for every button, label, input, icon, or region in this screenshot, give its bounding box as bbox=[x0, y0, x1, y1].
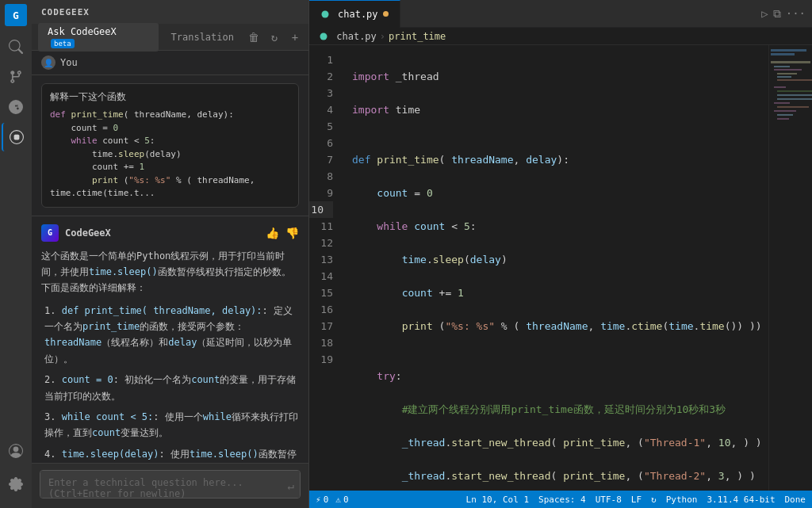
status-position[interactable]: Ln 10, Col 1 bbox=[466, 495, 529, 505]
tab-bar: Ask CodeGeeX beta Translation 🗑 ↻ + bbox=[32, 24, 308, 51]
status-sync-icon: ↻ bbox=[651, 495, 657, 505]
activity-bar: G bbox=[0, 0, 32, 508]
bot-header: G CodeGeeX 👍 👎 bbox=[41, 224, 299, 242]
tab-ask-codegeex[interactable]: Ask CodeGeeX beta bbox=[38, 23, 159, 52]
activity-icon-settings[interactable] bbox=[2, 470, 30, 498]
left-panel: CODEGEEX Ask CodeGeeX beta Translation 🗑… bbox=[32, 0, 309, 508]
svg-rect-6 bbox=[774, 69, 802, 71]
more-icon[interactable]: ··· bbox=[786, 7, 806, 20]
status-encoding[interactable]: UTF-8 bbox=[596, 495, 622, 505]
question-code: def print_time( threadName, delay): coun… bbox=[50, 109, 290, 201]
refresh-icon[interactable]: ↻ bbox=[267, 30, 282, 44]
activity-icon-codegeex[interactable] bbox=[2, 123, 30, 151]
split-icon[interactable]: ⧉ bbox=[773, 7, 781, 21]
svg-rect-4 bbox=[771, 61, 810, 63]
status-line-ending[interactable]: LF bbox=[631, 495, 642, 505]
svg-rect-5 bbox=[774, 66, 790, 67]
left-panel-title: CODEGEEX bbox=[41, 7, 90, 17]
status-version[interactable]: 3.11.4 64-bit bbox=[707, 495, 775, 505]
modified-dot bbox=[383, 11, 389, 17]
svg-rect-11 bbox=[777, 90, 812, 92]
code-content[interactable]: import _thread import time def print_tim… bbox=[343, 45, 812, 508]
svg-rect-13 bbox=[777, 98, 812, 100]
svg-rect-10 bbox=[774, 86, 786, 88]
bot-response: G CodeGeeX 👍 👎 这个函数是一个简单的Python线程示例，用于打印… bbox=[32, 216, 308, 464]
activity-icon-account[interactable] bbox=[2, 437, 30, 465]
activity-logo: G bbox=[5, 4, 27, 26]
breadcrumb: chat.py › print_time bbox=[309, 28, 812, 45]
beta-badge: beta bbox=[51, 39, 75, 48]
svg-rect-7 bbox=[777, 73, 797, 74]
chat-input[interactable] bbox=[40, 470, 301, 498]
status-spaces[interactable]: Spaces: 4 bbox=[538, 495, 586, 505]
user-avatar: 👤 bbox=[41, 55, 56, 70]
user-label: You bbox=[60, 57, 78, 68]
bot-avatar: G bbox=[41, 224, 59, 242]
error-icon: ⚡ bbox=[316, 495, 321, 505]
bot-name: CodeGeeX bbox=[65, 227, 111, 239]
tab-icon-group: 🗑 ↻ + bbox=[247, 30, 302, 44]
warning-icon: ⚠ bbox=[335, 495, 341, 505]
activity-icon-git[interactable] bbox=[2, 63, 30, 91]
editor-tab-chat-py[interactable]: chat.py bbox=[309, 0, 400, 28]
breadcrumb-sep: › bbox=[380, 31, 385, 42]
editor-area: chat.py ▷ ⧉ ··· chat.py › print_time 123… bbox=[309, 0, 812, 508]
bot-actions: 👍 👎 bbox=[266, 227, 299, 239]
question-title: 解释一下这个函数 bbox=[50, 90, 290, 104]
svg-point-0 bbox=[322, 10, 329, 17]
svg-rect-12 bbox=[777, 94, 812, 96]
editor-actions: ▷ ⧉ ··· bbox=[761, 7, 812, 21]
breadcrumb-function: print_time bbox=[389, 31, 446, 42]
svg-rect-15 bbox=[777, 106, 809, 108]
run-icon[interactable]: ▷ bbox=[761, 7, 768, 20]
delete-icon[interactable]: 🗑 bbox=[247, 30, 261, 44]
breadcrumb-file: chat.py bbox=[319, 31, 377, 42]
svg-rect-16 bbox=[774, 110, 796, 112]
svg-rect-14 bbox=[774, 102, 790, 104]
thumbs-down-icon[interactable]: 👎 bbox=[285, 227, 299, 239]
editor-tabs: chat.py ▷ ⧉ ··· bbox=[309, 0, 812, 28]
send-icon[interactable]: ↵ bbox=[288, 479, 294, 492]
status-done: Done bbox=[785, 495, 806, 505]
line-numbers: 12345 6789 10 1112131415 16171819 bbox=[309, 45, 343, 508]
svg-rect-2 bbox=[771, 49, 806, 52]
thumbs-up-icon[interactable]: 👍 bbox=[266, 227, 279, 239]
svg-rect-3 bbox=[771, 53, 795, 55]
status-right: Ln 10, Col 1 Spaces: 4 UTF-8 LF ↻ Python… bbox=[466, 495, 806, 505]
response-text: 这个函数是一个简单的Python线程示例，用于打印当前时间，并使用time.sl… bbox=[41, 248, 299, 464]
svg-rect-17 bbox=[777, 114, 793, 116]
status-errors[interactable]: ⚡ 0 ⚠ 0 bbox=[316, 495, 349, 505]
svg-point-1 bbox=[320, 33, 327, 40]
add-icon[interactable]: + bbox=[288, 30, 302, 44]
activity-icon-search[interactable] bbox=[2, 32, 30, 61]
minimap bbox=[768, 45, 812, 508]
svg-rect-8 bbox=[777, 76, 791, 78]
input-area: ↵ bbox=[32, 463, 308, 508]
status-left: ⚡ 0 ⚠ 0 bbox=[316, 495, 349, 505]
code-editor: 12345 6789 10 1112131415 16171819 import… bbox=[309, 45, 812, 508]
user-row: 👤 You bbox=[32, 51, 308, 75]
svg-rect-18 bbox=[777, 118, 789, 120]
editor-tab-label: chat.py bbox=[338, 9, 378, 20]
svg-rect-9 bbox=[777, 79, 812, 81]
activity-icon-extensions[interactable] bbox=[2, 93, 30, 121]
activity-bar-bottom bbox=[2, 437, 30, 500]
status-bar: ⚡ 0 ⚠ 0 Ln 10, Col 1 Spaces: 4 UTF-8 LF … bbox=[309, 491, 812, 508]
question-box: 解释一下这个函数 def print_time( threadName, del… bbox=[41, 83, 299, 208]
status-language[interactable]: Python bbox=[666, 495, 698, 505]
left-panel-header: CODEGEEX bbox=[32, 0, 308, 24]
tab-translation[interactable]: Translation bbox=[162, 29, 243, 46]
